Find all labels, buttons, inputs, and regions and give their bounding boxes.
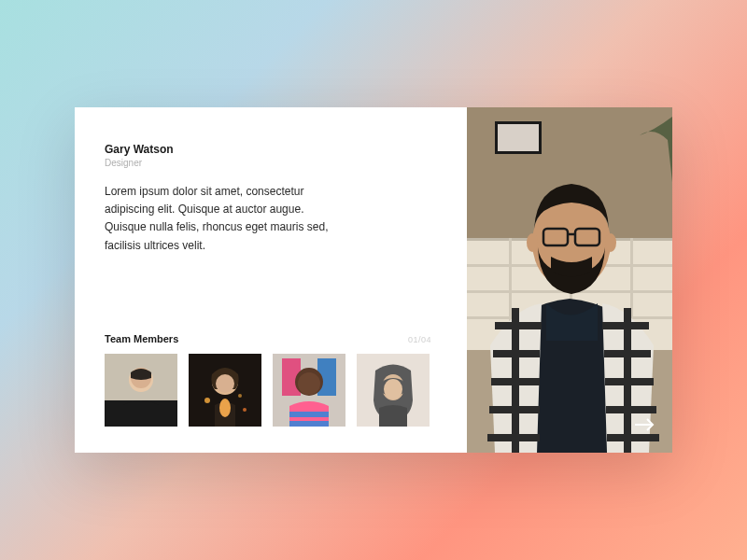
team-section: Team Members 01/04: [105, 333, 437, 427]
svg-rect-17: [289, 421, 329, 427]
team-member-2[interactable]: [189, 354, 261, 427]
svg-point-49: [527, 233, 538, 252]
team-thumbnails: [105, 354, 437, 427]
profile-info-panel: Gary Watson Designer Lorem ipsum dolor s…: [75, 107, 467, 453]
svg-point-9: [216, 374, 234, 393]
svg-point-7: [243, 408, 247, 412]
profile-card: Gary Watson Designer Lorem ipsum dolor s…: [75, 107, 672, 453]
svg-point-15: [298, 372, 320, 395]
svg-rect-38: [512, 308, 519, 453]
arrow-right-icon: [634, 418, 655, 431]
team-counter: 01/04: [408, 335, 431, 344]
team-member-4[interactable]: [357, 354, 430, 427]
profile-name: Gary Watson: [105, 143, 437, 156]
svg-rect-16: [289, 412, 329, 417]
profile-photo: [467, 107, 672, 453]
team-member-3[interactable]: [273, 354, 345, 427]
svg-point-10: [219, 399, 231, 417]
svg-rect-44: [624, 308, 631, 453]
svg-point-5: [204, 398, 210, 403]
profile-role: Designer: [105, 158, 437, 168]
next-button[interactable]: [631, 412, 657, 438]
profile-bio: Lorem ipsum dolor sit amet, consectetur …: [105, 183, 347, 255]
profile-photo-panel: [467, 107, 672, 453]
team-header: Team Members 01/04: [105, 333, 437, 344]
team-label: Team Members: [105, 333, 178, 344]
svg-rect-24: [498, 124, 539, 151]
team-member-1[interactable]: [105, 354, 177, 427]
svg-point-6: [238, 394, 242, 398]
svg-point-50: [605, 233, 616, 252]
svg-point-20: [384, 379, 402, 399]
